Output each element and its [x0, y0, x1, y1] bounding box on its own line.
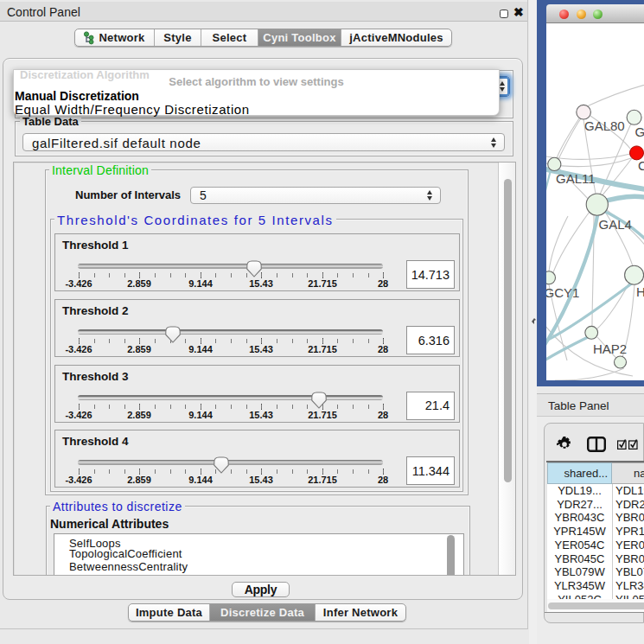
svg-text:H: H	[636, 284, 644, 299]
svg-text:GAL80: GAL80	[584, 118, 625, 133]
svg-text:GAL11: GAL11	[556, 171, 596, 186]
svg-text:HAP2: HAP2	[593, 341, 627, 356]
svg-text:C: C	[638, 158, 644, 173]
svg-text:GAL4: GAL4	[599, 217, 632, 232]
svg-text:GCY1: GCY1	[546, 285, 579, 300]
svg-text:G.: G.	[635, 124, 644, 139]
